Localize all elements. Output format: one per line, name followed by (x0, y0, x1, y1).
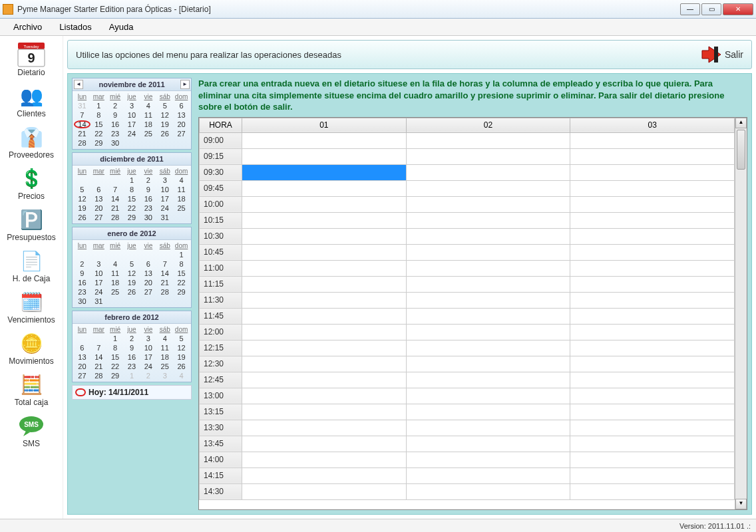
schedule-cell[interactable] (570, 388, 735, 404)
scroll-up-button[interactable]: ▲ (735, 118, 747, 128)
calendar-day[interactable]: 9 (140, 185, 156, 194)
calendar-day[interactable]: 28 (74, 138, 91, 148)
schedule-cell[interactable] (242, 308, 407, 324)
calendar-day[interactable]: 31 (91, 297, 107, 306)
calendar-day[interactable]: 4 (156, 334, 173, 343)
calendar-day[interactable]: 28 (156, 287, 173, 297)
schedule-cell[interactable] (242, 356, 407, 372)
sidebar-item-hcaja[interactable]: 📄H. de Caja (2, 246, 61, 285)
schedule-cell[interactable] (406, 228, 570, 244)
schedule-hour-cell[interactable]: 12:45 (200, 372, 242, 388)
calendar-day[interactable]: 23 (140, 203, 156, 213)
calendar-day[interactable]: 21 (74, 129, 91, 138)
calendar-day-other[interactable] (91, 334, 107, 343)
calendar-day[interactable]: 24 (91, 287, 107, 297)
schedule-cell[interactable] (242, 372, 407, 388)
schedule-cell[interactable] (406, 420, 570, 436)
calendar-day[interactable]: 13 (91, 194, 107, 203)
calendar-next-button[interactable]: ► (180, 80, 190, 89)
calendar-day[interactable]: 16 (107, 120, 124, 129)
schedule-cell[interactable] (570, 308, 735, 324)
schedule-hour-cell[interactable]: 13:00 (200, 388, 242, 404)
schedule-scrollbar[interactable]: ▲ ▼ (735, 118, 747, 509)
calendar-day[interactable]: 25 (140, 129, 156, 138)
calendar-day[interactable]: 8 (124, 185, 140, 194)
schedule-cell[interactable] (406, 436, 570, 452)
schedule-hour-cell[interactable]: 10:45 (200, 244, 242, 260)
calendar-day[interactable]: 29 (91, 138, 107, 148)
calendar-day[interactable]: 14 (107, 194, 124, 203)
sidebar-item-totalcaja[interactable]: 🧮Total caja (2, 370, 61, 408)
calendar-day[interactable]: 3 (124, 101, 140, 110)
schedule-hour-cell[interactable]: 14:30 (200, 483, 242, 499)
calendar-day[interactable]: 22 (124, 203, 140, 213)
schedule-hour-cell[interactable]: 12:00 (200, 324, 242, 340)
schedule-hour-cell[interactable]: 09:15 (200, 148, 242, 164)
schedule-hour-cell[interactable]: 13:30 (200, 420, 242, 436)
schedule-cell[interactable] (570, 467, 735, 483)
calendar-day[interactable]: 20 (91, 203, 107, 213)
schedule-cell[interactable] (570, 404, 735, 420)
calendar-day[interactable]: 6 (91, 185, 107, 194)
calendar-day[interactable]: 5 (156, 101, 173, 110)
schedule-cell[interactable] (406, 340, 570, 356)
schedule-cell[interactable] (570, 324, 735, 340)
calendar-day-other[interactable]: 1 (124, 371, 140, 380)
calendar-day[interactable]: 19 (173, 352, 190, 362)
calendar-day[interactable]: 26 (124, 287, 140, 297)
calendar-day[interactable]: 21 (91, 362, 107, 371)
calendar-day[interactable]: 27 (91, 213, 107, 222)
calendar-day-other[interactable] (74, 250, 91, 259)
schedule-cell[interactable] (406, 164, 570, 180)
calendar-day[interactable]: 2 (124, 334, 140, 343)
calendar-day[interactable]: 23 (107, 129, 124, 138)
calendar-day[interactable]: 12 (156, 110, 173, 120)
calendar-day[interactable]: 16 (74, 278, 91, 287)
calendar-day[interactable]: 3 (91, 259, 107, 269)
calendar-day[interactable]: 10 (124, 110, 140, 120)
calendar-day[interactable]: 15 (124, 194, 140, 203)
calendar-day[interactable]: 10 (91, 269, 107, 278)
calendar-day[interactable]: 1 (173, 250, 190, 259)
calendar-day[interactable]: 18 (140, 120, 156, 129)
schedule-cell[interactable] (242, 276, 407, 292)
schedule-cell[interactable] (242, 244, 407, 260)
calendar-prev-button[interactable]: ◄ (74, 80, 83, 89)
calendar-day[interactable]: 7 (107, 185, 124, 194)
calendar-day-other[interactable] (124, 250, 140, 259)
schedule-cell[interactable] (242, 132, 407, 148)
calendar-today-footer[interactable]: Hoy: 14/11/2011 (72, 385, 192, 400)
calendar-day[interactable]: 7 (91, 343, 107, 352)
schedule-cell[interactable] (406, 452, 570, 467)
schedule-cell[interactable] (570, 483, 735, 499)
close-button[interactable]: ✕ (723, 3, 753, 15)
calendar-day[interactable]: 11 (156, 343, 173, 352)
calendar-day[interactable]: 18 (173, 194, 190, 203)
schedule-cell[interactable] (406, 196, 570, 212)
schedule-cell[interactable] (570, 180, 735, 196)
schedule-hour-cell[interactable]: 10:30 (200, 228, 242, 244)
calendar-day[interactable]: 30 (74, 297, 91, 306)
schedule-cell[interactable] (570, 260, 735, 276)
calendar-day[interactable]: 15 (91, 120, 107, 129)
schedule-col-header[interactable]: 03 (570, 118, 735, 132)
schedule-grid[interactable]: HORA01020309:0009:1509:3009:4510:0010:15… (199, 118, 735, 509)
maximize-button[interactable]: ▭ (701, 3, 721, 15)
calendar-day-other[interactable] (74, 176, 91, 185)
calendar-day[interactable]: 25 (107, 287, 124, 297)
schedule-hour-cell[interactable]: 09:30 (200, 164, 242, 180)
calendar-day[interactable]: 29 (124, 213, 140, 222)
calendar-day[interactable]: 3 (140, 334, 156, 343)
schedule-cell[interactable] (242, 164, 407, 180)
calendar-day[interactable]: 22 (107, 362, 124, 371)
calendar-day[interactable]: 12 (74, 194, 91, 203)
calendar-day[interactable]: 12 (124, 269, 140, 278)
schedule-cell[interactable] (406, 292, 570, 308)
schedule-cell[interactable] (242, 420, 407, 436)
calendar-day[interactable]: 13 (74, 352, 91, 362)
scroll-thumb[interactable] (737, 130, 745, 170)
schedule-cell[interactable] (406, 467, 570, 483)
exit-button[interactable]: Salir (701, 45, 743, 64)
schedule-col-header[interactable]: 01 (242, 118, 407, 132)
calendar-day-other[interactable] (107, 176, 124, 185)
